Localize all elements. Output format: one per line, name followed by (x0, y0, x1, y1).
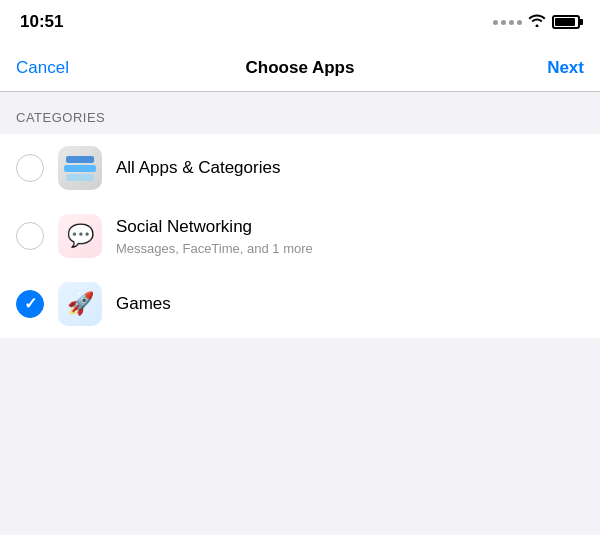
social-networking-text: Social Networking Messages, FaceTime, an… (116, 216, 584, 255)
all-apps-title: All Apps & Categories (116, 157, 584, 179)
social-networking-icon: 💬 (58, 214, 102, 258)
battery-fill (555, 18, 575, 26)
books-stack-icon (64, 156, 96, 181)
book-layer-2 (64, 165, 96, 172)
games-icon: 🚀 (58, 282, 102, 326)
book-layer-3 (66, 174, 94, 181)
social-networking-subtitle: Messages, FaceTime, and 1 more (116, 241, 584, 256)
wifi-icon (528, 13, 546, 31)
all-apps-icon (58, 146, 102, 190)
section-header: CATEGORIES (0, 92, 600, 134)
battery-icon (552, 15, 580, 29)
list-item[interactable]: All Apps & Categories (0, 134, 600, 202)
nav-bar: Cancel Choose Apps Next (0, 44, 600, 92)
games-title: Games (116, 293, 584, 315)
radio-unselected-all[interactable] (16, 154, 44, 182)
list-item[interactable]: 💬 Social Networking Messages, FaceTime, … (0, 202, 600, 270)
cancel-button[interactable]: Cancel (16, 58, 86, 78)
book-layer-1 (66, 156, 94, 163)
rocket-icon: 🚀 (67, 291, 94, 317)
status-time: 10:51 (20, 12, 63, 32)
section-header-text: CATEGORIES (16, 110, 105, 125)
page-title: Choose Apps (246, 58, 355, 78)
heart-icon: 💬 (67, 223, 94, 249)
radio-selected-games[interactable] (16, 290, 44, 318)
dot-4 (517, 20, 522, 25)
all-apps-text: All Apps & Categories (116, 157, 584, 179)
status-icons (493, 13, 580, 31)
status-bar: 10:51 (0, 0, 600, 44)
dot-2 (501, 20, 506, 25)
dot-1 (493, 20, 498, 25)
signal-dots-icon (493, 20, 522, 25)
list-container: All Apps & Categories 💬 Social Networkin… (0, 134, 600, 338)
social-networking-title: Social Networking (116, 216, 584, 238)
next-button[interactable]: Next (514, 58, 584, 78)
list-item[interactable]: 🚀 Games (0, 270, 600, 338)
radio-unselected-social[interactable] (16, 222, 44, 250)
games-text: Games (116, 293, 584, 315)
dot-3 (509, 20, 514, 25)
